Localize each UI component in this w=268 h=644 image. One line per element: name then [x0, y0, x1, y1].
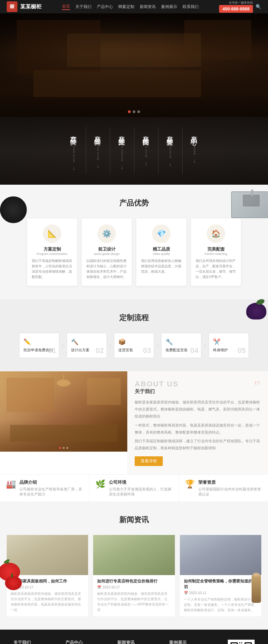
news-desc-2: 橱柜是各家庭厨房室内铺放、储存厨房用具及烹饪作业的平台，也是整体橱柜中的主要形式… [97, 591, 171, 613]
nav-cases[interactable]: 案例展示 [161, 4, 177, 10]
about-image [0, 371, 127, 452]
about-title-en: ABOUT US [135, 380, 261, 388]
adv-title-cn-4: 完美配套 [196, 246, 236, 252]
news-title-3: 如何制定全管销售策略，你需要知道的一切 [184, 578, 257, 590]
adv-desc-2: 以国际流行的前沿智能性整柜设计为核心，心配的设计体现在技术和艺术中，产品创新领先… [86, 258, 127, 280]
step-icon-2: 🔨 [71, 338, 103, 346]
footer-col-title-4: 案例展示 [169, 640, 214, 644]
sub-link-icon-3: 🏆 [185, 479, 195, 489]
hero-image [0, 13, 268, 117]
step-arrow-2: › [110, 343, 111, 349]
step-num-4: 04 [190, 346, 198, 355]
deco-pan [0, 191, 30, 228]
process-steps: ✏️ 拒后申请免费咨询 01 › 🔨 设计出方案 02 › 📦 送货安装 03 … [10, 333, 258, 358]
category-item-2[interactable]: 产品分类二 YOUFAN XILIE ↓ [86, 127, 110, 175]
news-desc-1: 橱柜是各家庭厨房室内铺放、储存厨房用具及烹饪作业的平台，也是整体橱柜中的主要形式… [11, 591, 84, 613]
category-item-center[interactable]: 产品中心 XIEN MORE ↓ [183, 127, 206, 175]
nav-custom[interactable]: 网案定制 [118, 4, 134, 10]
sub-link-desc-3: 公司荣获国际行业内专业性最佳荣誉资质认证 [198, 487, 262, 497]
search-icon[interactable]: 🔍 [256, 4, 261, 9]
step-arrow-1: › [62, 343, 64, 349]
slide-dot-3[interactable] [137, 110, 140, 113]
adv-desc-4: 我们从环境布局的设计到产品，生产，配套完善齐全，一切从您出发，细节、细节以，满足… [196, 258, 236, 280]
sub-link-text-1: 品牌介绍 公司拥有专业生产研发等各类厂房，具体专业生产能力 [19, 479, 83, 497]
sub-link-icon-1: 🏭 [6, 479, 16, 489]
sub-link-text-3: 荣誉资质 公司荣获国际行业内专业性最佳荣誉资质认证 [198, 479, 262, 497]
nav-about[interactable]: 关于我们 [75, 4, 91, 10]
step-1: ✏️ 拒后申请免费咨询 01 [19, 333, 59, 358]
cat-en-6: XIEN MORE [193, 137, 196, 155]
sub-link-title-2: 公司环境 [109, 479, 173, 485]
footer-col-title-2: 产品中心 [65, 640, 111, 644]
footer-main: 关于我们 品牌介绍 公司环境 荣誉资质 联系我们 产品中心 产品分类一 产品分类… [13, 640, 255, 644]
about-text-3: 我们于高端定制橱柜领域深耕，建立了行业内专业的生产研发团队。专注于高品质橱柜定制… [135, 438, 261, 452]
sub-link-2[interactable]: 🌿 公司环境 公司致力于开发潮流美观的人，打造家居生活美丽环境 [89, 475, 179, 501]
adv-title-cn-3: 精工品质 [141, 246, 182, 252]
step-3: 📦 送货安装 03 [114, 333, 154, 358]
news-card-1[interactable]: 橱柜和家具面板相同，如何工作 📅2023-10-17 橱柜是各家庭厨房室内铺放、… [7, 535, 88, 616]
step-icon-1: ✏️ [23, 338, 55, 346]
step-2: 🔨 设计出方案 02 [67, 333, 107, 358]
nav-news[interactable]: 新闻资讯 [140, 4, 156, 10]
nav-contact[interactable]: 联系我们 [183, 4, 199, 10]
adv-card-2: ⚙️ 前卫设计 avant-garde design 以国际流行的前沿智能性整柜… [81, 218, 132, 286]
sub-link-1[interactable]: 🏭 品牌介绍 公司拥有专业生产研发等各类厂房，具体专业生产能力 [0, 475, 89, 501]
footer-col-4: 案例展示 案例展示一 案例展示二 案例展示三 [169, 640, 214, 644]
cat-cn-6: 产品中心 [190, 130, 199, 134]
news-desc-3: 一个人有专业生产销售橱柜定制，橱柜美设计、定制、安装一条龙服务。一个人有专业生产… [184, 597, 257, 613]
about-text-2: 一种形式，整体橱柜将厨房内装、电器及厨房基础设施安排在一起，形成一个整体，具有的… [135, 422, 261, 436]
img-dot-2[interactable] [63, 447, 65, 449]
adv-title-en-2: avant-garde design [86, 252, 127, 256]
process-section: 定制流程 ✏️ 拒后申请免费咨询 01 › 🔨 设计出方案 02 › 📦 送货安… [0, 299, 268, 371]
step-num-5: 05 [238, 346, 246, 355]
about-img-dots [59, 447, 68, 449]
sub-link-desc-2: 公司致力于开发潮流美观的人，打造家居生活美丽环境 [109, 487, 173, 497]
adv-title-cn-2: 前卫设计 [86, 246, 127, 252]
slide-dot-1[interactable] [128, 110, 131, 113]
category-item-1[interactable]: 产品分类一 RUXUFAN XILIE ↓ [62, 127, 86, 175]
adv-card-3: 💎 精工品质 Seiko quality 我们采用优质板材加上精确精湛的技术品质… [136, 218, 187, 286]
qr-code-svg [229, 641, 253, 644]
about-title-cn: 关于我们 [135, 388, 261, 395]
img-dot-3[interactable] [66, 447, 68, 449]
news-date-2: 📅2023-10-17 [97, 585, 171, 589]
adv-desc-1: 我们于高端定制橱柜领域深耕多年，人性化的家居生活深层专业技师倾情讲解，选配匹配。 [32, 258, 72, 280]
sub-link-title-3: 荣誉资质 [198, 479, 262, 485]
nav-home[interactable]: 首页 [62, 4, 70, 10]
about-content: " ABOUT US 关于我们 橱柜是各家庭厨房室内铺放、储存厨房用具及烹饪作业… [127, 371, 268, 474]
news-section: 新闻资讯 橱柜和家具面板相同，如何工作 📅2023-10-17 橱柜是各家庭厨房… [0, 501, 268, 630]
news-title: 新闻资讯 [7, 515, 261, 525]
news-card-3[interactable]: 如何制定全管销售策略，你需要知道的一切 📅2023-10-11 一个人有专业生产… [180, 535, 261, 616]
category-item-4[interactable]: 产品分类四 YINGO XILIE ↓ [134, 127, 158, 175]
category-item-5[interactable]: 产品分类五 LA MOUXILIE ↓ [158, 127, 183, 175]
step-4: 🔧 免费配送安装 04 [161, 333, 201, 358]
cat-arrow-6: ↓ [193, 158, 196, 164]
header-phone: 400-888-8888 [219, 5, 253, 13]
news-card-2[interactable]: 如何进行专卖店特色定位价格排行 📅2023-10-17 橱柜是各家庭厨房室内铺放… [93, 535, 175, 616]
sub-link-icon-2: 🌿 [95, 479, 106, 489]
adv-title-en-3: Seiko quality [141, 252, 182, 256]
cat-arrow-3: ↓ [121, 164, 123, 170]
slide-dot-2[interactable] [133, 110, 135, 113]
about-more-btn[interactable]: 查看详情 [135, 456, 163, 466]
cat-en-3: YIGOU FAXILIE [121, 138, 124, 162]
news-grid: 橱柜和家具面板相同，如何工作 📅2023-10-17 橱柜是各家庭厨房室内铺放、… [7, 535, 261, 616]
slider-dots [128, 110, 140, 113]
step-arrow-4: › [204, 343, 206, 349]
nav-products[interactable]: 产品中心 [97, 4, 113, 10]
sub-link-text-2: 公司环境 公司致力于开发潮流美观的人，打造家居生活美丽环境 [109, 479, 173, 497]
footer-col-title-1: 关于我们 [13, 640, 59, 644]
adv-title-en-1: Program customization [32, 252, 72, 256]
news-date-3: 📅2023-10-11 [184, 591, 257, 595]
header-right: 全市统一服务热线 400-888-8888 🔍 [219, 1, 261, 13]
svg-rect-11 [241, 642, 242, 643]
img-dot-1[interactable] [59, 447, 61, 449]
adv-icon-3: 💎 [152, 224, 171, 243]
advantages-list: 📐 方案定制 Program customization 我们于高端定制橱柜领域… [27, 218, 241, 286]
sub-link-3[interactable]: 🏆 荣誉资质 公司荣获国际行业内专业性最佳荣誉资质认证 [179, 475, 268, 501]
category-item-3[interactable]: 产品分类三 YIGOU FAXILIE ↓ [110, 127, 134, 175]
sub-link-title-1: 品牌介绍 [19, 479, 83, 485]
svg-rect-10 [239, 642, 240, 643]
cat-en-1: RUXUFAN XILIE [72, 138, 75, 163]
logo-text: 某某橱柜 [20, 3, 42, 10]
